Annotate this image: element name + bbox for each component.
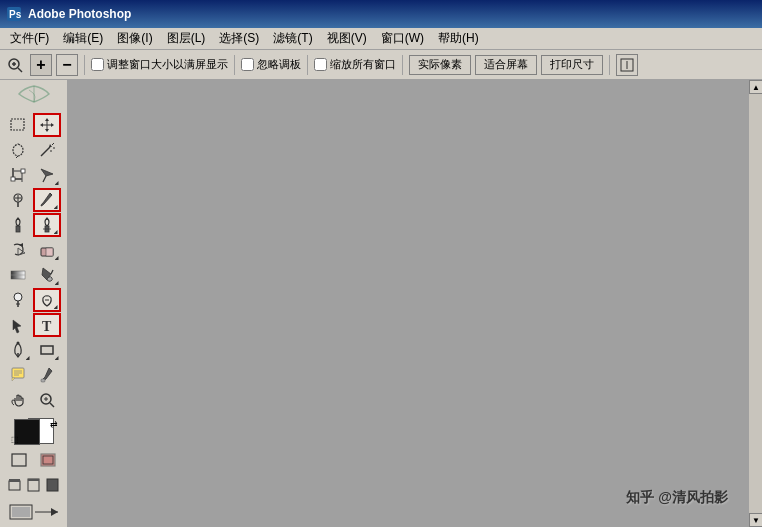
actual-pixels-button[interactable]: 实际像素 [409,55,471,75]
healing-brush-tool[interactable] [4,188,32,212]
swap-colors-icon[interactable]: ⇄ [50,419,58,429]
rectangle-tool[interactable] [33,338,61,362]
svg-text:Ps: Ps [9,9,22,20]
menu-edit[interactable]: 编辑(E) [57,28,109,49]
svg-point-41 [16,342,19,345]
checkbox-fit-window-input[interactable] [91,58,104,71]
svg-text:T: T [42,319,52,334]
svg-rect-62 [12,507,30,517]
title-bar: Ps Adobe Photoshop [0,0,762,28]
svg-rect-28 [16,226,20,232]
checkbox-ignore-palette-input[interactable] [241,58,254,71]
svg-point-36 [14,293,22,301]
hand-tool[interactable] [4,388,32,412]
watermark: 知乎 @清风拍影 [626,489,728,507]
pattern-stamp-tool[interactable] [33,213,61,237]
pen-tool[interactable] [4,338,32,362]
history-brush-tool[interactable] [4,238,32,262]
scroll-up-arrow[interactable]: ▲ [749,80,762,94]
quick-mask-button[interactable] [34,449,62,471]
dodge-tool[interactable] [4,288,32,312]
tool-row-11 [4,388,64,412]
svg-line-35 [51,270,53,274]
burn-tool[interactable] [33,288,61,312]
tool-row-1 [4,138,64,162]
full-screen-button[interactable] [44,474,62,496]
checkbox-ignore-palette[interactable]: 忽略调板 [241,57,301,72]
menu-window[interactable]: 窗口(W) [375,28,430,49]
svg-line-11 [41,147,50,156]
paint-bucket-tool[interactable] [33,263,61,287]
gradient-tool[interactable] [4,263,32,287]
options-bar: + − 调整窗口大小以满屏显示 忽略调板 缩放所有窗口 实际像素 适合屏幕 打印… [0,50,762,80]
path-select-tool[interactable] [4,313,32,337]
menu-select[interactable]: 选择(S) [213,28,265,49]
options-separator-5 [609,55,610,75]
image-ready-row [6,501,62,523]
menu-layer[interactable]: 图层(L) [161,28,212,49]
options-extra-icon[interactable] [616,54,638,76]
reset-colors-icon[interactable]: ⬚ [11,435,19,444]
tool-row-2 [4,163,64,187]
crop-tool[interactable] [4,163,32,187]
svg-rect-20 [11,177,15,181]
svg-line-10 [16,156,18,158]
zoom-tool[interactable] [33,388,61,412]
svg-rect-56 [9,481,20,490]
svg-rect-9 [11,119,24,130]
right-scrollbar: ▲ ▼ [748,80,762,527]
svg-rect-57 [9,479,20,482]
brush-tool[interactable] [33,188,61,212]
type-tool[interactable]: T [33,313,61,337]
slice-tool[interactable] [33,163,61,187]
tool-row-4 [4,213,64,237]
eyedropper-tool[interactable] [33,363,61,387]
zoom-magnify-icon[interactable] [4,54,26,76]
zoom-minus-icon[interactable]: − [56,54,78,76]
fit-screen-button[interactable]: 适合屏幕 [475,55,537,75]
print-size-button[interactable]: 打印尺寸 [541,55,603,75]
app-title: Adobe Photoshop [28,7,131,21]
full-screen-menu-button[interactable] [25,474,43,496]
canvas-area: 知乎 @清风拍影 [68,80,748,527]
menu-view[interactable]: 视图(V) [321,28,373,49]
tool-row-0 [4,113,64,137]
menu-filter[interactable]: 滤镜(T) [267,28,318,49]
standard-mode-button[interactable] [5,449,33,471]
menu-file[interactable]: 文件(F) [4,28,55,49]
options-separator-4 [402,55,403,75]
toolbar: T [0,80,68,527]
notes-tool[interactable] [4,363,32,387]
tool-row-9 [4,338,64,362]
options-separator-1 [84,55,85,75]
clone-stamp-tool[interactable] [4,213,32,237]
magic-wand-tool[interactable] [33,138,61,162]
screen-mode-row [5,449,62,471]
lasso-tool[interactable] [4,138,32,162]
svg-line-13 [52,143,54,145]
svg-rect-21 [21,169,25,173]
scroll-down-arrow[interactable]: ▼ [749,513,762,527]
move-tool[interactable] [33,113,61,137]
checkbox-fit-window[interactable]: 调整窗口大小以满屏显示 [91,57,228,72]
checkbox-zoom-all-input[interactable] [314,58,327,71]
svg-rect-48 [41,379,45,382]
ps-feather-icon [4,84,64,108]
menu-image[interactable]: 图像(I) [111,28,158,49]
standard-screen-button[interactable] [6,474,24,496]
marquee-rect-tool[interactable] [4,113,32,137]
menu-help[interactable]: 帮助(H) [432,28,485,49]
zoom-plus-icon[interactable]: + [30,54,52,76]
tool-row-7 [4,288,64,312]
svg-rect-43 [41,346,53,354]
tool-row-10 [4,363,64,387]
scroll-track[interactable] [749,94,762,513]
tool-row-8: T [4,313,64,337]
checkbox-zoom-all[interactable]: 缩放所有窗口 [314,57,396,72]
svg-rect-60 [47,479,58,491]
eraser-tool[interactable] [33,238,61,262]
svg-marker-64 [51,508,58,516]
svg-rect-32 [46,248,53,256]
image-ready-button[interactable] [6,501,62,523]
svg-line-3 [18,68,22,72]
